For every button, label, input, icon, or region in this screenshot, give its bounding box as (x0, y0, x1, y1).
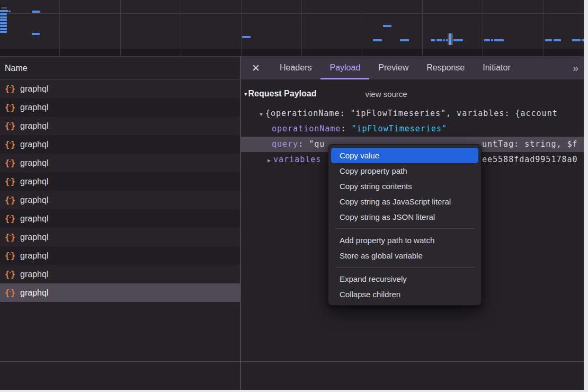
request-name: graphql (20, 84, 48, 94)
query-value-fragment: untTag: string, $f (482, 137, 578, 152)
section-disclosure-icon[interactable]: ▾ (244, 91, 247, 97)
network-overview-bar (9, 11, 11, 12)
network-overview-bar (32, 33, 40, 35)
request-list-item[interactable]: {·} graphql (0, 283, 240, 302)
name-column-header[interactable]: Name (0, 56, 240, 79)
menu-separator (335, 267, 475, 268)
json-braces-icon: {·} (5, 288, 15, 298)
request-name: graphql (20, 233, 48, 242)
menu-item[interactable]: Copy string as JavaScript literal (331, 194, 478, 209)
request-list-item[interactable]: {·} graphql (0, 228, 240, 246)
request-name: graphql (20, 140, 48, 149)
request-list-item[interactable]: {·} graphql (0, 98, 240, 117)
network-overview-bar (491, 39, 493, 41)
menu-item[interactable]: Expand recursively (331, 271, 478, 287)
more-tabs-button[interactable]: » (566, 56, 584, 79)
request-name: graphql (20, 288, 48, 298)
request-list-pane: Name {·} graphql {·} graphql {·} graphql… (0, 56, 240, 390)
detail-tab[interactable]: Payload (320, 56, 369, 79)
request-name: graphql (20, 195, 48, 205)
request-payload-section-header[interactable]: ▾ Request Payload view source (241, 86, 584, 102)
request-name: graphql (20, 177, 48, 186)
json-braces-icon: {·} (5, 84, 15, 94)
network-overview-bar (2, 7, 7, 8)
request-list-item[interactable]: {·} graphql (0, 191, 240, 209)
collapsed-triangle-icon[interactable]: ▶ (265, 153, 273, 167)
menu-item[interactable]: Copy property path (331, 163, 478, 179)
json-braces-icon: {·} (5, 177, 15, 186)
network-overview-bar (400, 39, 409, 41)
request-list: {·} graphql {·} graphql {·} graphql {·} … (0, 79, 240, 302)
close-icon: ✕ (252, 62, 260, 74)
summary-bar-divider (0, 361, 584, 362)
more-tabs-icon: » (573, 62, 577, 74)
network-overview-bar (0, 28, 7, 30)
request-list-item[interactable]: {·} graphql (0, 79, 240, 98)
section-title: Request Payload (248, 89, 317, 99)
variables-value-fragment: ee5588fdad995178a0 (482, 152, 578, 167)
close-button[interactable]: ✕ (247, 56, 264, 79)
network-overview-bar (242, 36, 251, 38)
detail-tab[interactable]: Preview (369, 56, 417, 79)
details-tab-bar: ✕ HeadersPayloadPreviewResponseInitiator… (241, 56, 584, 79)
request-list-item[interactable]: {·} graphql (0, 265, 240, 283)
network-overview-bar (453, 39, 463, 41)
json-braces-icon: {·} (5, 121, 15, 131)
network-overview-bar (484, 39, 490, 41)
detail-tab[interactable]: Initiator (474, 56, 519, 79)
payload-row-operation-name[interactable]: operationName: "ipFlowTimeseries" (241, 121, 584, 137)
network-overview-bar (554, 39, 561, 41)
menu-item[interactable]: Add property path to watch (331, 233, 478, 248)
overview-timeline[interactable] (0, 0, 584, 56)
request-list-item[interactable]: {·} graphql (0, 209, 240, 228)
request-name: graphql (20, 251, 48, 261)
request-list-item[interactable]: {·} graphql (0, 117, 240, 135)
network-overview-bar (582, 39, 584, 41)
detail-tab[interactable]: Headers (271, 56, 320, 79)
request-name: graphql (20, 158, 48, 168)
request-list-item[interactable]: {·} graphql (0, 154, 240, 172)
network-overview-bar (0, 10, 8, 12)
overview-gridline (422, 0, 423, 56)
network-overview-bar (0, 31, 7, 33)
menu-item[interactable]: Copy value (331, 148, 478, 163)
view-source-link[interactable]: view source (365, 90, 407, 99)
menu-item[interactable]: Store as global variable (331, 248, 478, 263)
json-braces-icon: {·} (5, 251, 15, 261)
overview-gridline (543, 0, 544, 56)
overview-gridline (362, 0, 362, 56)
network-overview-bar (0, 13, 7, 15)
overview-gridline (483, 0, 483, 56)
network-overview-bar (0, 25, 7, 27)
menu-separator (335, 228, 475, 229)
network-overview-bar (32, 11, 40, 13)
context-menu: Copy valueCopy property pathCopy string … (328, 144, 482, 306)
detail-tab[interactable]: Response (417, 56, 474, 79)
payload-root-row[interactable]: ▼{operationName: "ipFlowTimeseries", var… (241, 106, 584, 121)
menu-item[interactable]: Copy string contents (331, 179, 478, 194)
overview-gridline (0, 13, 584, 14)
menu-item[interactable]: Collapse children (331, 287, 478, 302)
network-overview-bar (443, 39, 445, 41)
devtools-window: Name {·} graphql {·} graphql {·} graphql… (0, 0, 588, 392)
json-braces-icon: {·} (5, 158, 15, 168)
request-list-item[interactable]: {·} graphql (0, 246, 240, 265)
network-overview-bar (383, 25, 391, 27)
network-overview-bar (0, 19, 7, 21)
network-overview-bar (0, 22, 7, 24)
overview-gridline (301, 0, 302, 56)
network-overview-bar (0, 16, 7, 19)
network-overview-bar (431, 39, 435, 41)
payload-summary-text: {operationName: "ipFlowTimeseries", vari… (265, 109, 558, 118)
request-list-item[interactable]: {·} graphql (0, 135, 240, 154)
menu-item[interactable]: Copy string as JSON literal (331, 209, 478, 225)
network-overview-bar (545, 39, 552, 41)
network-overview-bar (572, 39, 581, 41)
request-list-item[interactable]: {·} graphql (0, 172, 240, 191)
expanded-triangle-icon[interactable]: ▼ (257, 106, 265, 121)
request-name: graphql (20, 270, 48, 279)
network-overview-bar (373, 39, 382, 41)
json-braces-icon: {·} (5, 195, 15, 205)
overview-gridline (181, 0, 181, 56)
json-braces-icon: {·} (5, 270, 15, 279)
